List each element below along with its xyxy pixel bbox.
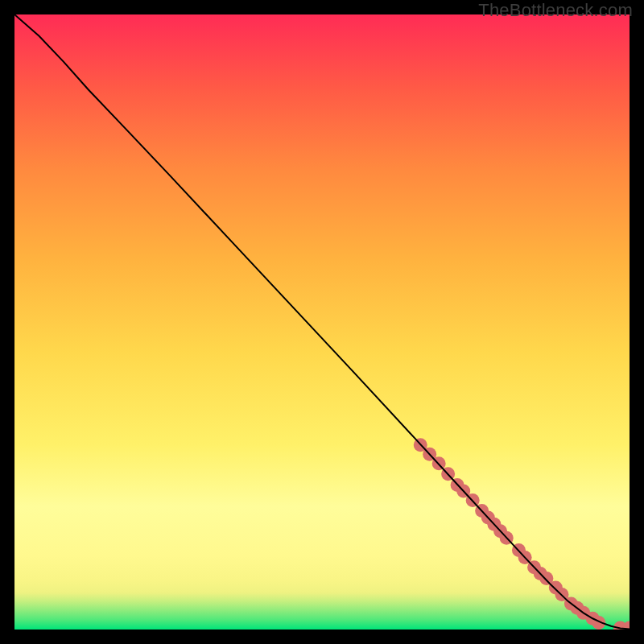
chart-svg [14, 14, 630, 630]
gradient-background [14, 14, 630, 630]
plot-area [14, 14, 630, 630]
chart-stage: TheBottleneck.com [0, 0, 644, 644]
watermark-text: TheBottleneck.com [478, 0, 633, 21]
